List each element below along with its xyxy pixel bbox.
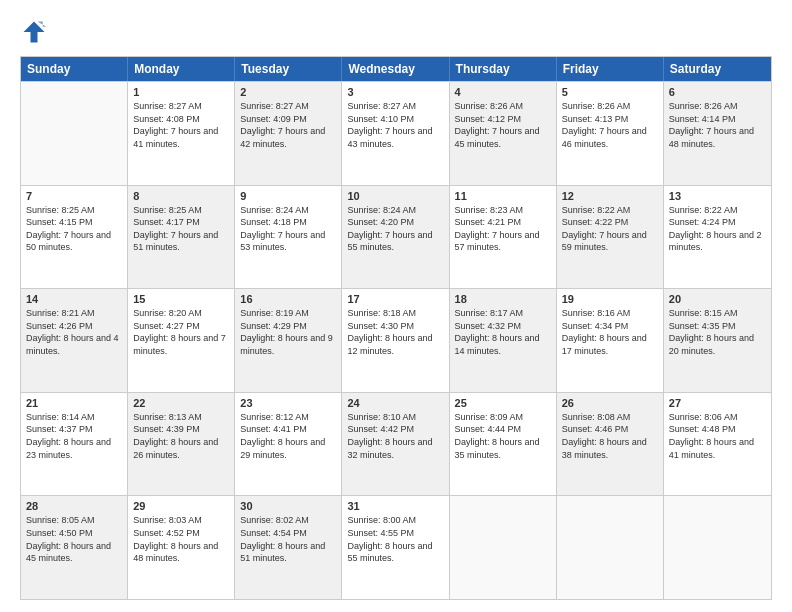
cell-text: Sunrise: 8:18 AMSunset: 4:30 PMDaylight:…: [347, 307, 443, 357]
cal-cell: [450, 496, 557, 599]
week-row-2: 7Sunrise: 8:25 AMSunset: 4:15 PMDaylight…: [21, 185, 771, 289]
cell-text: Sunrise: 8:19 AMSunset: 4:29 PMDaylight:…: [240, 307, 336, 357]
cell-text: Sunrise: 8:22 AMSunset: 4:22 PMDaylight:…: [562, 204, 658, 254]
day-number: 22: [133, 397, 229, 409]
day-number: 5: [562, 86, 658, 98]
cell-text: Sunrise: 8:23 AMSunset: 4:21 PMDaylight:…: [455, 204, 551, 254]
cal-cell: 11Sunrise: 8:23 AMSunset: 4:21 PMDayligh…: [450, 186, 557, 289]
day-number: 19: [562, 293, 658, 305]
cal-cell: 16Sunrise: 8:19 AMSunset: 4:29 PMDayligh…: [235, 289, 342, 392]
cal-cell: [21, 82, 128, 185]
cell-text: Sunrise: 8:12 AMSunset: 4:41 PMDaylight:…: [240, 411, 336, 461]
cal-cell: 25Sunrise: 8:09 AMSunset: 4:44 PMDayligh…: [450, 393, 557, 496]
day-number: 14: [26, 293, 122, 305]
cal-cell: 28Sunrise: 8:05 AMSunset: 4:50 PMDayligh…: [21, 496, 128, 599]
cell-text: Sunrise: 8:22 AMSunset: 4:24 PMDaylight:…: [669, 204, 766, 254]
cell-text: Sunrise: 8:27 AMSunset: 4:09 PMDaylight:…: [240, 100, 336, 150]
day-number: 20: [669, 293, 766, 305]
cal-cell: [664, 496, 771, 599]
day-number: 15: [133, 293, 229, 305]
cal-cell: 1Sunrise: 8:27 AMSunset: 4:08 PMDaylight…: [128, 82, 235, 185]
day-number: 24: [347, 397, 443, 409]
header-cell-friday: Friday: [557, 57, 664, 81]
calendar: SundayMondayTuesdayWednesdayThursdayFrid…: [20, 56, 772, 600]
header-cell-saturday: Saturday: [664, 57, 771, 81]
cell-text: Sunrise: 8:06 AMSunset: 4:48 PMDaylight:…: [669, 411, 766, 461]
logo: [20, 18, 52, 46]
day-number: 12: [562, 190, 658, 202]
calendar-header-row: SundayMondayTuesdayWednesdayThursdayFrid…: [21, 57, 771, 81]
cell-text: Sunrise: 8:26 AMSunset: 4:12 PMDaylight:…: [455, 100, 551, 150]
logo-icon: [20, 18, 48, 46]
cell-text: Sunrise: 8:17 AMSunset: 4:32 PMDaylight:…: [455, 307, 551, 357]
cal-cell: 17Sunrise: 8:18 AMSunset: 4:30 PMDayligh…: [342, 289, 449, 392]
day-number: 30: [240, 500, 336, 512]
cell-text: Sunrise: 8:13 AMSunset: 4:39 PMDaylight:…: [133, 411, 229, 461]
cell-text: Sunrise: 8:21 AMSunset: 4:26 PMDaylight:…: [26, 307, 122, 357]
calendar-body: 1Sunrise: 8:27 AMSunset: 4:08 PMDaylight…: [21, 81, 771, 599]
day-number: 11: [455, 190, 551, 202]
day-number: 9: [240, 190, 336, 202]
cell-text: Sunrise: 8:10 AMSunset: 4:42 PMDaylight:…: [347, 411, 443, 461]
cal-cell: 10Sunrise: 8:24 AMSunset: 4:20 PMDayligh…: [342, 186, 449, 289]
cell-text: Sunrise: 8:00 AMSunset: 4:55 PMDaylight:…: [347, 514, 443, 564]
cal-cell: 24Sunrise: 8:10 AMSunset: 4:42 PMDayligh…: [342, 393, 449, 496]
cal-cell: 8Sunrise: 8:25 AMSunset: 4:17 PMDaylight…: [128, 186, 235, 289]
header-cell-sunday: Sunday: [21, 57, 128, 81]
cal-cell: 5Sunrise: 8:26 AMSunset: 4:13 PMDaylight…: [557, 82, 664, 185]
day-number: 1: [133, 86, 229, 98]
day-number: 29: [133, 500, 229, 512]
cal-cell: 29Sunrise: 8:03 AMSunset: 4:52 PMDayligh…: [128, 496, 235, 599]
cell-text: Sunrise: 8:27 AMSunset: 4:08 PMDaylight:…: [133, 100, 229, 150]
cell-text: Sunrise: 8:24 AMSunset: 4:18 PMDaylight:…: [240, 204, 336, 254]
week-row-1: 1Sunrise: 8:27 AMSunset: 4:08 PMDaylight…: [21, 81, 771, 185]
cal-cell: 13Sunrise: 8:22 AMSunset: 4:24 PMDayligh…: [664, 186, 771, 289]
cal-cell: 23Sunrise: 8:12 AMSunset: 4:41 PMDayligh…: [235, 393, 342, 496]
cell-text: Sunrise: 8:25 AMSunset: 4:15 PMDaylight:…: [26, 204, 122, 254]
cal-cell: 4Sunrise: 8:26 AMSunset: 4:12 PMDaylight…: [450, 82, 557, 185]
cal-cell: 20Sunrise: 8:15 AMSunset: 4:35 PMDayligh…: [664, 289, 771, 392]
svg-marker-1: [38, 22, 47, 27]
cell-text: Sunrise: 8:24 AMSunset: 4:20 PMDaylight:…: [347, 204, 443, 254]
day-number: 2: [240, 86, 336, 98]
cell-text: Sunrise: 8:05 AMSunset: 4:50 PMDaylight:…: [26, 514, 122, 564]
day-number: 31: [347, 500, 443, 512]
day-number: 23: [240, 397, 336, 409]
cal-cell: 7Sunrise: 8:25 AMSunset: 4:15 PMDaylight…: [21, 186, 128, 289]
day-number: 6: [669, 86, 766, 98]
cal-cell: 19Sunrise: 8:16 AMSunset: 4:34 PMDayligh…: [557, 289, 664, 392]
cell-text: Sunrise: 8:27 AMSunset: 4:10 PMDaylight:…: [347, 100, 443, 150]
day-number: 3: [347, 86, 443, 98]
cal-cell: 6Sunrise: 8:26 AMSunset: 4:14 PMDaylight…: [664, 82, 771, 185]
cell-text: Sunrise: 8:09 AMSunset: 4:44 PMDaylight:…: [455, 411, 551, 461]
day-number: 26: [562, 397, 658, 409]
day-number: 16: [240, 293, 336, 305]
cell-text: Sunrise: 8:14 AMSunset: 4:37 PMDaylight:…: [26, 411, 122, 461]
cal-cell: [557, 496, 664, 599]
day-number: 7: [26, 190, 122, 202]
cell-text: Sunrise: 8:26 AMSunset: 4:14 PMDaylight:…: [669, 100, 766, 150]
header: [20, 18, 772, 46]
cell-text: Sunrise: 8:15 AMSunset: 4:35 PMDaylight:…: [669, 307, 766, 357]
day-number: 8: [133, 190, 229, 202]
day-number: 27: [669, 397, 766, 409]
cell-text: Sunrise: 8:20 AMSunset: 4:27 PMDaylight:…: [133, 307, 229, 357]
cell-text: Sunrise: 8:26 AMSunset: 4:13 PMDaylight:…: [562, 100, 658, 150]
header-cell-wednesday: Wednesday: [342, 57, 449, 81]
cal-cell: 15Sunrise: 8:20 AMSunset: 4:27 PMDayligh…: [128, 289, 235, 392]
cal-cell: 30Sunrise: 8:02 AMSunset: 4:54 PMDayligh…: [235, 496, 342, 599]
cell-text: Sunrise: 8:16 AMSunset: 4:34 PMDaylight:…: [562, 307, 658, 357]
cal-cell: 21Sunrise: 8:14 AMSunset: 4:37 PMDayligh…: [21, 393, 128, 496]
day-number: 21: [26, 397, 122, 409]
cal-cell: 27Sunrise: 8:06 AMSunset: 4:48 PMDayligh…: [664, 393, 771, 496]
day-number: 10: [347, 190, 443, 202]
header-cell-tuesday: Tuesday: [235, 57, 342, 81]
cal-cell: 2Sunrise: 8:27 AMSunset: 4:09 PMDaylight…: [235, 82, 342, 185]
cal-cell: 22Sunrise: 8:13 AMSunset: 4:39 PMDayligh…: [128, 393, 235, 496]
header-cell-thursday: Thursday: [450, 57, 557, 81]
cal-cell: 26Sunrise: 8:08 AMSunset: 4:46 PMDayligh…: [557, 393, 664, 496]
cal-cell: 12Sunrise: 8:22 AMSunset: 4:22 PMDayligh…: [557, 186, 664, 289]
page: SundayMondayTuesdayWednesdayThursdayFrid…: [0, 0, 792, 612]
cal-cell: 9Sunrise: 8:24 AMSunset: 4:18 PMDaylight…: [235, 186, 342, 289]
week-row-4: 21Sunrise: 8:14 AMSunset: 4:37 PMDayligh…: [21, 392, 771, 496]
